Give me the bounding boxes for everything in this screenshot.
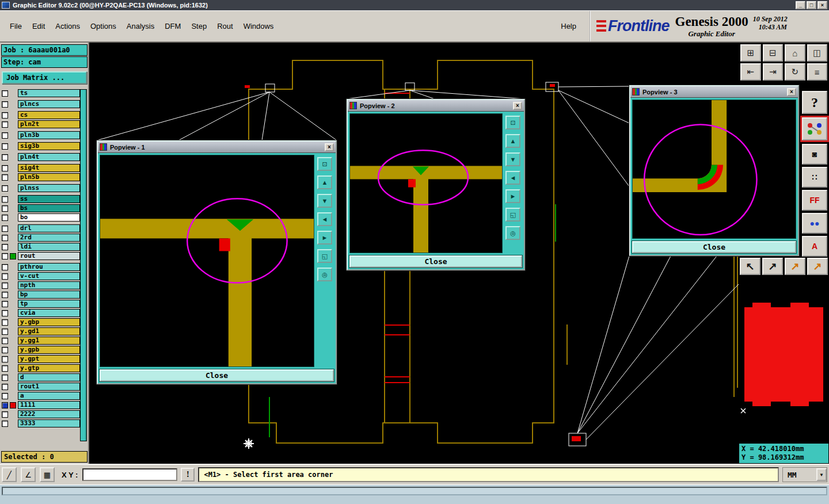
layer-row[interactable]: 1111 — [1, 401, 80, 409]
layer-name-label[interactable]: y.gpt — [18, 355, 80, 363]
layer-visibility-checkbox[interactable] — [2, 319, 8, 326]
cursor-pick-button[interactable]: ↗ — [762, 258, 783, 275]
layer-visibility-checkbox[interactable] — [2, 273, 8, 280]
layer-name-label[interactable]: tp — [18, 300, 80, 308]
layer-visibility-checkbox[interactable] — [2, 384, 8, 390]
layer-visibility-checkbox[interactable] — [2, 365, 8, 372]
layer-visibility-checkbox[interactable] — [2, 253, 8, 259]
layer-row[interactable]: bs — [1, 204, 80, 212]
layer-name-label[interactable]: 2222 — [18, 410, 80, 418]
layer-visibility-checkbox[interactable] — [2, 329, 8, 335]
popview-pan-up-button[interactable]: ▲ — [505, 134, 520, 148]
layer-visibility-checkbox[interactable] — [2, 347, 8, 353]
layer-name-label[interactable]: sig3b — [18, 142, 80, 150]
help-button[interactable]: ? — [802, 91, 827, 114]
close-button[interactable]: × — [817, 1, 827, 9]
layer-row[interactable]: npth — [1, 281, 80, 289]
layer-name-label[interactable]: rout — [18, 252, 80, 260]
print-button[interactable]: ⊞ — [740, 44, 761, 62]
layer-visibility-checkbox[interactable] — [2, 393, 8, 399]
layer-name-label[interactable]: bp — [18, 291, 80, 299]
pattern-mode-button[interactable]: ∷ — [802, 167, 827, 188]
popview-zoom-fit-button[interactable]: ◱ — [317, 249, 332, 263]
layer-visibility-checkbox[interactable] — [2, 226, 8, 232]
menu-item[interactable]: Options — [85, 22, 121, 30]
layer-name-label[interactable]: drl — [18, 224, 80, 232]
layer-row[interactable]: y.gbp — [1, 318, 80, 326]
layer-name-label[interactable]: 1111 — [18, 401, 80, 409]
layer-name-label[interactable]: pln5b — [18, 173, 80, 181]
popview-3-window[interactable]: Popview - 3 × Close — [629, 85, 799, 256]
xy-coordinate-input[interactable] — [82, 468, 177, 481]
layer-row[interactable]: y.gg1 — [1, 337, 80, 345]
layer-visibility-checkbox[interactable] — [2, 112, 8, 119]
layer-scrollbar[interactable] — [80, 89, 87, 441]
layer-row[interactable]: pln5b — [1, 173, 80, 181]
layer-row[interactable]: v-cut — [1, 272, 80, 280]
layer-name-label[interactable]: rout1 — [18, 383, 80, 391]
layer-list-button[interactable]: ≡ — [807, 63, 828, 81]
layer-row[interactable]: plnss — [1, 184, 80, 192]
layer-visibility-checkbox[interactable] — [2, 421, 8, 427]
split-view-button[interactable]: ◫ — [807, 44, 828, 62]
layer-name-label[interactable]: ts — [18, 89, 80, 97]
popview-1-window[interactable]: Popview - 1 × ⊡▲▼◄►◱◎ Close — [97, 140, 337, 384]
popview-pan-up-button[interactable]: ▲ — [317, 175, 332, 189]
popview-zoom-fit-button[interactable]: ◱ — [505, 208, 520, 222]
layer-visibility-checkbox[interactable] — [2, 174, 8, 181]
overview-map[interactable] — [739, 280, 829, 442]
layer-row[interactable]: y.gd1 — [1, 327, 80, 335]
units-control[interactable]: MM ▼ — [782, 467, 827, 482]
popview-pan-left-button[interactable]: ◄ — [317, 212, 332, 226]
layer-visibility-checkbox[interactable] — [2, 143, 8, 150]
layer-visibility-checkbox[interactable] — [2, 282, 8, 289]
layer-visibility-checkbox[interactable] — [2, 165, 8, 171]
layer-name-label[interactable]: ldi — [18, 243, 80, 251]
layer-row[interactable]: a — [1, 392, 80, 400]
export-view-button[interactable]: ⇥ — [763, 63, 784, 81]
popview-3-close-icon[interactable]: × — [787, 88, 796, 96]
active-tool-button[interactable] — [802, 117, 827, 140]
layer-name-label[interactable]: pthrou — [18, 263, 80, 271]
layer-visibility-checkbox[interactable] — [2, 215, 8, 221]
layer-row[interactable]: bp — [1, 291, 80, 299]
layer-row[interactable]: pln3b — [1, 131, 80, 139]
popview-pan-down-button[interactable]: ▼ — [505, 152, 520, 166]
layer-name-label[interactable]: pln4t — [18, 153, 80, 161]
layer-row[interactable]: pthrou — [1, 263, 80, 271]
layer-row[interactable]: y.gpt — [1, 355, 80, 363]
layer-row[interactable]: ss — [1, 195, 80, 203]
popview-3-titlebar[interactable]: Popview - 3 × — [630, 86, 798, 98]
layer-visibility-checkbox[interactable] — [2, 154, 8, 161]
cursor-select-button[interactable]: ↖ — [740, 258, 760, 275]
camera-button[interactable]: ⌂ — [785, 44, 805, 62]
layer-visibility-checkbox[interactable] — [2, 185, 8, 192]
layer-name-label[interactable]: npth — [18, 281, 80, 289]
menu-item[interactable]: Step — [186, 22, 212, 30]
snap-angle-button[interactable]: ∠ — [21, 467, 36, 482]
alert-button[interactable]: ! — [181, 468, 195, 482]
popview-1-canvas[interactable] — [100, 155, 314, 367]
menu-item[interactable]: DFM — [159, 22, 186, 30]
menu-item[interactable]: File — [5, 22, 27, 30]
layer-visibility-checkbox[interactable] — [2, 132, 8, 139]
layer-name-label[interactable]: bo — [18, 213, 80, 222]
pads-mode-button[interactable]: ●● — [802, 213, 827, 234]
popview-pan-left-button[interactable]: ◄ — [505, 171, 520, 185]
layer-row[interactable]: 3333 — [1, 419, 80, 427]
popview-pan-down-button[interactable]: ▼ — [317, 194, 332, 208]
layer-visibility-checkbox[interactable] — [2, 121, 8, 128]
layer-visibility-checkbox[interactable] — [2, 244, 8, 250]
layer-visibility-checkbox[interactable] — [2, 411, 8, 418]
layer-name-label[interactable]: y.gg1 — [18, 337, 80, 345]
layer-row[interactable]: plncs — [1, 100, 80, 108]
layer-visibility-checkbox[interactable] — [2, 196, 8, 203]
popview-pan-right-button[interactable]: ► — [317, 231, 332, 245]
origin-mode-button[interactable]: ◙ — [802, 144, 827, 165]
popview-3-close-button[interactable]: Close — [632, 241, 796, 253]
menu-item[interactable]: Analysis — [121, 22, 159, 30]
layer-name-label[interactable]: 2rd — [18, 234, 80, 242]
layer-row[interactable]: ldi — [1, 243, 80, 251]
layer-row[interactable]: bo — [1, 213, 80, 222]
popview-2-close-icon[interactable]: × — [513, 102, 522, 110]
